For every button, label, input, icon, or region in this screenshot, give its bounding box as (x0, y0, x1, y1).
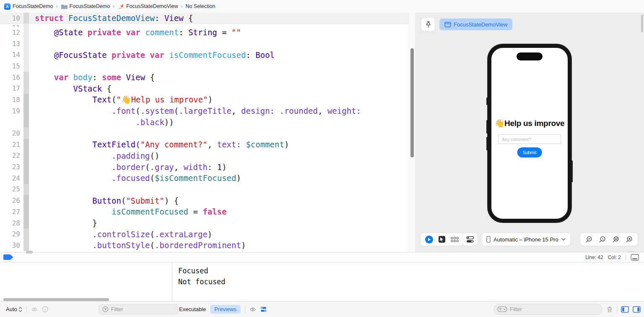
breadcrumb-separator: › (113, 3, 114, 9)
fold-ribbon[interactable] (23, 94, 29, 105)
fold-ribbon[interactable] (23, 27, 29, 38)
device-settings-button[interactable] (462, 233, 478, 246)
code-line[interactable]: 18 Text("👋Help us improve") (0, 94, 409, 105)
breadcrumb-file[interactable]: FocusStateDemoView (117, 3, 178, 9)
breadcrumb-separator: › (56, 3, 58, 9)
code-line[interactable]: 20 (0, 128, 409, 139)
fold-ribbon[interactable] (23, 195, 29, 206)
code-text: @State private var comment: String = "" (29, 28, 241, 37)
fold-ribbon[interactable] (23, 24, 29, 27)
console-filter-field[interactable] (493, 304, 602, 315)
code-line[interactable]: 23 .border(.gray, width: 1) (0, 161, 409, 173)
folder-icon (61, 4, 68, 9)
variables-view[interactable] (0, 262, 172, 301)
zoom-fit-icon[interactable] (612, 236, 619, 243)
show-console-button[interactable] (633, 306, 641, 313)
code-line[interactable]: 10struct FocusStateDemoView: View { (0, 13, 409, 24)
console-filter-input[interactable] (510, 306, 560, 312)
fold-ribbon[interactable] (23, 83, 29, 94)
code-line[interactable]: 28 } (0, 217, 409, 229)
fold-ribbon[interactable] (23, 173, 29, 184)
fold-ribbon[interactable] (23, 240, 29, 251)
code-line[interactable]: 24 .focused($isCommentFocused) (0, 173, 409, 184)
executable-label: Executable (179, 306, 206, 312)
preview-tab[interactable]: FocusStateDemoView (439, 18, 512, 30)
editor-layout-icon[interactable] (631, 254, 639, 261)
trash-icon[interactable] (606, 306, 613, 313)
fold-ribbon[interactable] (23, 49, 29, 60)
console-toggles-icon[interactable] (260, 307, 267, 312)
fold-ribbon[interactable] (23, 206, 29, 217)
show-variables-view-button[interactable] (621, 306, 629, 313)
code-text: .padding() (29, 151, 159, 160)
variables-scope-selector[interactable]: Auto (6, 306, 22, 312)
code-line[interactable]: 25 (0, 184, 409, 195)
zoom-in-icon[interactable] (626, 236, 633, 243)
code-line[interactable]: 17 VStack { (0, 83, 409, 94)
preview-scrollbar-vertical[interactable] (641, 15, 643, 32)
variables-filter-field[interactable] (99, 304, 178, 314)
code-line[interactable]: 11 (0, 24, 409, 27)
code-line[interactable]: 21 TextField("Any comment?", text: $comm… (0, 139, 409, 150)
info-icon[interactable] (42, 306, 48, 312)
live-preview-button[interactable] (425, 236, 433, 244)
code-line[interactable]: .black)) (0, 117, 409, 128)
fold-ribbon[interactable] (23, 139, 29, 150)
line-number: 20 (0, 129, 23, 137)
fold-ribbon[interactable] (23, 184, 29, 195)
console-eye-icon[interactable] (249, 307, 256, 312)
fold-ribbon[interactable] (23, 105, 29, 117)
pin-preview-button[interactable] (421, 18, 435, 31)
debug-area-resize-handle[interactable] (26, 251, 33, 254)
fold-ribbon[interactable] (23, 13, 29, 24)
code-line[interactable]: 29 .controlSize(.extraLarge) (0, 228, 409, 240)
fold-ribbon[interactable] (23, 217, 29, 229)
code-line[interactable]: 12 @State private var comment: String = … (0, 27, 409, 38)
breakpoint-tag-icon[interactable] (3, 254, 13, 260)
fold-ribbon[interactable] (23, 117, 29, 128)
breadcrumb-group[interactable]: FocusStateDemo (61, 3, 110, 9)
variables-scrollbar-thumb[interactable] (3, 298, 109, 301)
code-line[interactable]: 30 .buttonStyle(.borderedProminent) (0, 240, 409, 251)
fold-ribbon[interactable] (23, 161, 29, 173)
code-text: TextField("Any comment?", text: $comment… (29, 140, 289, 149)
fold-ribbon[interactable] (23, 60, 29, 72)
code-line[interactable]: 15 (0, 60, 409, 72)
console-output[interactable]: FocusedNot focused (172, 262, 644, 301)
fold-ribbon[interactable] (23, 38, 29, 50)
previews-pill[interactable]: Previews (210, 305, 241, 314)
code-text: .black)) (29, 118, 174, 127)
fold-ribbon[interactable] (23, 150, 29, 162)
code-line[interactable]: 13 (0, 38, 409, 50)
code-text: Button("Submit") { (29, 196, 179, 205)
code-text: var body: some View { (29, 73, 155, 82)
code-text: struct FocusStateDemoView: View { (29, 13, 193, 23)
selectable-mode-button[interactable] (438, 236, 446, 243)
line-number: 29 (0, 230, 23, 238)
device-selector[interactable]: Automatic – iPhone 15 Pro (482, 233, 570, 246)
code-line[interactable]: 16 var body: some View { (0, 72, 409, 83)
code-line[interactable]: 26 Button("Submit") { (0, 195, 409, 206)
code-line[interactable]: 27 isCommentFocused = false (0, 206, 409, 217)
fold-ribbon[interactable] (23, 72, 29, 83)
variables-filter-input[interactable] (111, 306, 161, 312)
editor-scrollbar-thumb[interactable] (410, 48, 414, 157)
breadcrumb-selection[interactable]: No Selection (186, 3, 216, 9)
quicklook-eye-icon[interactable] (31, 307, 38, 312)
zoom-out-icon[interactable] (585, 236, 592, 243)
code-line[interactable]: 19 .font(.system(.largeTitle, design: .r… (0, 105, 409, 117)
fold-ribbon[interactable] (23, 228, 29, 240)
code-line[interactable]: 14 @FocusState private var isCommentFocu… (0, 49, 409, 60)
editor-scrollbar-track[interactable] (409, 13, 415, 252)
source-editor[interactable]: 10struct FocusStateDemoView: View {1112 … (0, 13, 409, 252)
breadcrumb-separator: › (181, 3, 183, 9)
breadcrumb-project[interactable]: A FocusStateDemo (4, 3, 53, 10)
debug-bottom-bar: Auto Executable Previews (0, 301, 644, 317)
variants-mode-button[interactable] (451, 237, 459, 242)
zoom-100-icon[interactable]: 1 (599, 236, 606, 243)
preview-submit-button[interactable]: Submit (517, 147, 542, 157)
fold-ribbon[interactable] (23, 128, 29, 139)
preview-comment-field[interactable] (498, 134, 561, 144)
line-number: 21 (0, 141, 23, 149)
code-line[interactable]: 22 .padding() (0, 150, 409, 162)
